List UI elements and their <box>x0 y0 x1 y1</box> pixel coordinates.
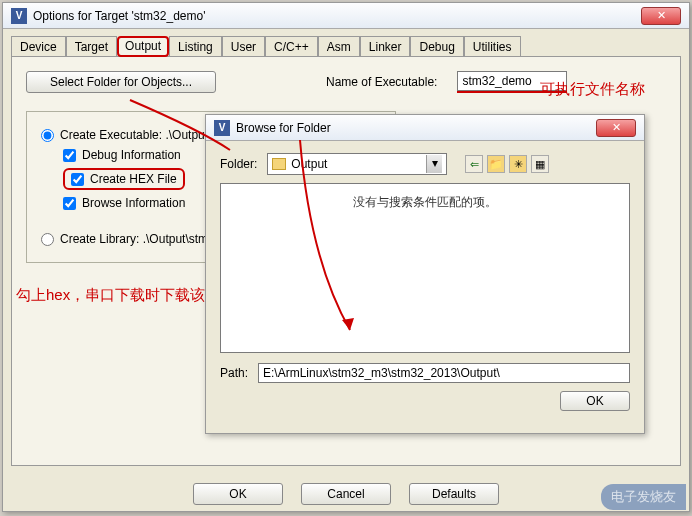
view-icon[interactable]: ▦ <box>531 155 549 173</box>
new-folder-icon[interactable]: ✳ <box>509 155 527 173</box>
select-folder-button[interactable]: Select Folder for Objects... <box>26 71 216 93</box>
tab-strip: Device Target Output Listing User C/C++ … <box>3 29 689 56</box>
folder-value: Output <box>291 157 327 171</box>
tab-linker[interactable]: Linker <box>360 36 411 57</box>
back-icon[interactable]: ⇐ <box>465 155 483 173</box>
chevron-down-icon[interactable]: ▾ <box>426 155 442 173</box>
tab-output[interactable]: Output <box>117 36 169 57</box>
tab-listing[interactable]: Listing <box>169 36 222 57</box>
name-exec-label: Name of Executable: <box>326 75 437 89</box>
folder-label: Folder: <box>220 157 257 171</box>
create-lib-radio[interactable] <box>41 233 54 246</box>
browse-info-check[interactable] <box>63 197 76 210</box>
tab-user[interactable]: User <box>222 36 265 57</box>
tab-device[interactable]: Device <box>11 36 66 57</box>
empty-message: 没有与搜索条件匹配的项。 <box>227 194 623 211</box>
ok-button[interactable]: OK <box>193 483 283 505</box>
tab-cpp[interactable]: C/C++ <box>265 36 318 57</box>
tab-utilities[interactable]: Utilities <box>464 36 521 57</box>
app-icon: V <box>214 120 230 136</box>
watermark: 电子发烧友 <box>601 484 686 510</box>
path-input[interactable] <box>258 363 630 383</box>
anno-exec-name: 可执行文件名称 <box>540 80 645 99</box>
path-label: Path: <box>220 366 248 380</box>
folder-combo[interactable]: Output ▾ <box>267 153 447 175</box>
app-icon: V <box>11 8 27 24</box>
browse-ok-button[interactable]: OK <box>560 391 630 411</box>
tab-target[interactable]: Target <box>66 36 117 57</box>
browse-title: Browse for Folder <box>236 121 596 135</box>
up-folder-icon[interactable]: 📁 <box>487 155 505 173</box>
close-button[interactable]: ✕ <box>641 7 681 25</box>
tab-debug[interactable]: Debug <box>410 36 463 57</box>
folder-list[interactable]: 没有与搜索条件匹配的项。 <box>220 183 630 353</box>
debug-info-label: Debug Information <box>82 148 181 162</box>
window-title: Options for Target 'stm32_demo' <box>33 9 641 23</box>
browse-info-label: Browse Information <box>82 196 185 210</box>
tab-asm[interactable]: Asm <box>318 36 360 57</box>
folder-icon <box>272 158 286 170</box>
create-hex-check[interactable] <box>71 173 84 186</box>
anno-hex-note: 勾上hex，串口下载时下载该文件 <box>16 286 235 305</box>
browse-close-button[interactable]: ✕ <box>596 119 636 137</box>
create-exec-radio[interactable] <box>41 129 54 142</box>
defaults-button[interactable]: Defaults <box>409 483 499 505</box>
create-hex-label: Create HEX File <box>90 172 177 186</box>
cancel-button[interactable]: Cancel <box>301 483 391 505</box>
debug-info-check[interactable] <box>63 149 76 162</box>
